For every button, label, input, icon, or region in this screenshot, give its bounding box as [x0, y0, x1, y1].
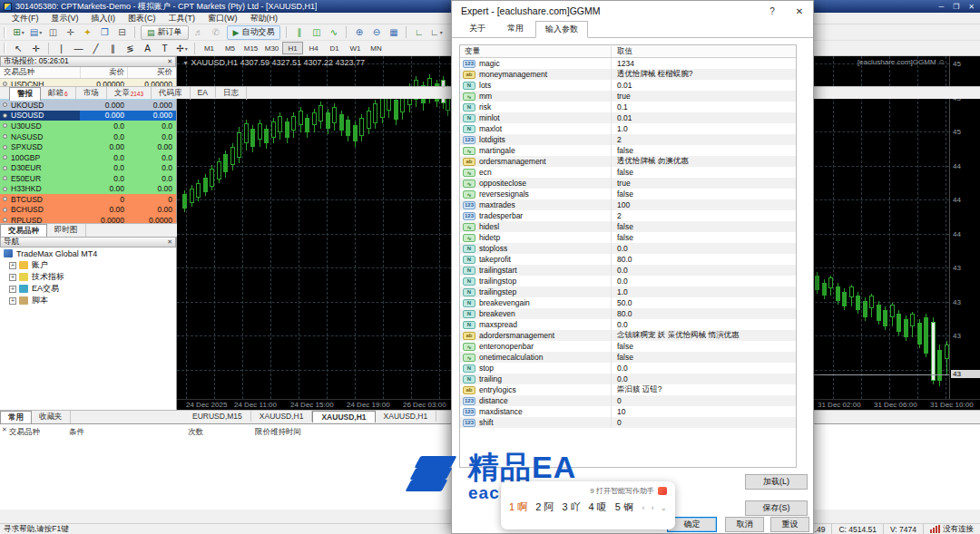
navigator-item[interactable]: +脚本	[0, 295, 176, 306]
terminal-tab-日志[interactable]: 日志	[216, 87, 247, 100]
parameter-value-cell[interactable]: 2	[611, 210, 796, 221]
load-button[interactable]: 加载(L)	[745, 474, 808, 490]
sound-icon[interactable]: ♬	[191, 25, 208, 39]
parameter-row[interactable]: 123shift0	[460, 417, 796, 428]
timeframe-m30[interactable]: M30	[261, 42, 282, 54]
bar-chart-icon[interactable]: ∥	[290, 25, 308, 39]
cursor-icon[interactable]: ↖	[10, 42, 27, 55]
parameter-row[interactable]: ∿ecnfalse	[460, 167, 796, 178]
parameter-row[interactable]: 123tradesperbar2	[460, 210, 796, 221]
parameter-value-cell[interactable]: 80.0	[611, 308, 796, 319]
terminal-column-header[interactable]: 交易品种	[9, 427, 69, 438]
navigator-root[interactable]: TradeMax Global MT4	[0, 248, 176, 259]
menu-item[interactable]: 插入(I)	[85, 13, 122, 24]
parameter-value-cell[interactable]: true	[611, 178, 796, 189]
market-watch-row[interactable]: U30USD0.00.0	[0, 121, 176, 131]
terminal-tab-市场[interactable]: 市场	[76, 87, 107, 100]
terminal-tab-邮箱[interactable]: 邮箱6	[41, 87, 76, 100]
navigator-item[interactable]: +技术指标	[0, 271, 176, 283]
parameter-value-cell[interactable]: 2	[611, 134, 796, 145]
timeframe-m15[interactable]: M15	[240, 42, 261, 54]
indicators-icon[interactable]: ∟	[410, 25, 427, 39]
market-watch-tab[interactable]: 即时图	[47, 224, 86, 237]
terminal-tab-EA[interactable]: EA	[191, 87, 216, 98]
navigator-item[interactable]: +EA交易	[0, 283, 176, 295]
expand-icon[interactable]: +	[9, 262, 16, 269]
parameter-row[interactable]: Nmaxlot1.0	[460, 123, 796, 134]
timeframe-d1[interactable]: D1	[324, 42, 345, 54]
expand-icon[interactable]: ⌄	[660, 503, 667, 512]
reset-button[interactable]: 重设	[770, 517, 809, 532]
autotrading-button[interactable]: ▶自动交易	[227, 25, 281, 40]
parameter-value-cell[interactable]: 0.0	[611, 363, 796, 374]
close-icon[interactable]: ✕	[968, 3, 975, 11]
parameter-value-cell[interactable]: 1.0	[611, 123, 796, 134]
vline-icon[interactable]: |	[53, 42, 70, 55]
crosshair-tool-icon[interactable]: ✛	[27, 42, 44, 55]
parameter-row[interactable]: 123magic1234	[460, 58, 796, 69]
chart-tab[interactable]: XAUUSD,H1	[251, 411, 313, 422]
parameter-value-cell[interactable]: 0	[611, 417, 796, 428]
menu-item[interactable]: 工具(T)	[162, 13, 202, 24]
writing-assistant-icon[interactable]	[658, 487, 667, 495]
terminal-tab-代码库[interactable]: 代码库	[152, 87, 191, 100]
chart-tab[interactable]: XAUUSD,H1	[376, 411, 437, 422]
line-chart-icon[interactable]: ∿	[325, 25, 342, 39]
parameter-value-cell[interactable]: false	[611, 341, 796, 352]
ime-candidate[interactable]: 2 阿	[535, 500, 554, 514]
mql-community-icon[interactable]: ✆	[208, 25, 225, 39]
market-watch-row[interactable]: NASUSD0.00.0	[0, 131, 176, 142]
parameter-value-cell[interactable]: 80.0	[611, 254, 796, 265]
indicators-list-icon[interactable]: ∟	[427, 25, 445, 39]
timeframe-m5[interactable]: M5	[220, 42, 240, 54]
help-icon[interactable]: ?	[759, 6, 786, 16]
tile-windows-icon[interactable]: ▦	[385, 25, 402, 39]
minimize-icon[interactable]: ─	[938, 3, 944, 11]
text-icon[interactable]: A	[139, 42, 156, 55]
candle-chart-icon[interactable]: ◫	[308, 25, 325, 39]
chart-collapse-icon[interactable]: ▼	[182, 60, 189, 66]
next-page-icon[interactable]: ›	[651, 503, 653, 512]
parameter-value-cell[interactable]: 崇汩赅 迈钮?	[611, 384, 796, 395]
new-order-button[interactable]: ▤新订单	[141, 25, 189, 40]
terminal-column-header[interactable]: 次数	[156, 427, 203, 438]
chart-tab[interactable]: EURUSD,M15	[184, 411, 251, 422]
parameter-value-cell[interactable]: false	[611, 221, 796, 232]
parameter-row[interactable]: Nmaxspread0.0	[460, 319, 796, 330]
column-symbol[interactable]: 交易品种	[0, 67, 80, 78]
parameter-row[interactable]: abadordersmanagement念镇睐稠宠 妖 策优恰阀械 惰演优惠	[460, 330, 796, 341]
parameter-row[interactable]: ∿hidetpfalse	[460, 232, 796, 243]
parameter-row[interactable]: 123lotdigits2	[460, 134, 796, 145]
dialog-titlebar[interactable]: Expert - [eaclushare.com]GGMM ? ✕	[452, 1, 813, 21]
favorites-icon[interactable]: ✦	[79, 25, 96, 39]
label-icon[interactable]: T	[156, 42, 173, 55]
zoom-in-icon[interactable]: ⊕	[350, 25, 368, 39]
timeframe-mn[interactable]: MN	[366, 42, 387, 54]
menu-item[interactable]: 帮助(H)	[244, 13, 285, 24]
column-bid[interactable]: 卖价	[80, 67, 127, 78]
parameter-value-cell[interactable]: 0.0	[611, 276, 796, 286]
price-scale[interactable]: 4545454444444343434243	[949, 56, 980, 399]
prev-page-icon[interactable]: ‹	[642, 503, 644, 512]
parameter-row[interactable]: Ntrailingstop0.0	[460, 276, 796, 286]
parameter-value-cell[interactable]: 0.0	[611, 319, 796, 330]
parameter-row[interactable]: abmoneymanagement透优恰牌械 桎楷蜈腕?	[460, 69, 796, 80]
parameter-row[interactable]: Ntrailingstart0.0	[460, 265, 796, 276]
parameter-row[interactable]: ∿enteronopenbarfalse	[460, 341, 796, 352]
timeframe-h1[interactable]: H1	[282, 42, 303, 54]
parameter-row[interactable]: ∿hideslfalse	[460, 221, 796, 232]
restore-icon[interactable]: ❐	[953, 3, 959, 11]
dialog-tab[interactable]: 常用	[497, 20, 534, 37]
market-watch-tab[interactable]: 交易品种	[0, 224, 47, 238]
expand-icon[interactable]: +	[9, 286, 16, 293]
ime-candidate[interactable]: 3 吖	[562, 500, 580, 514]
parameter-value-cell[interactable]: false	[611, 145, 796, 156]
parameter-row[interactable]: abordersmanagement透优恰牌械 勿澳优惠	[460, 156, 796, 167]
parameter-value-cell[interactable]: 念镇睐稠宠 妖 策优恰阀械 惰演优惠	[611, 330, 796, 341]
zoom-out-icon[interactable]: ⊖	[368, 25, 385, 39]
ime-candidate[interactable]: 5 锕	[615, 500, 633, 514]
trendline-icon[interactable]: ╱	[87, 42, 104, 55]
terminal-column-header[interactable]: 限价	[203, 427, 270, 438]
market-watch-row[interactable]: D30EUR0.00.0	[0, 162, 176, 173]
column-variable[interactable]: 变量	[460, 46, 611, 57]
